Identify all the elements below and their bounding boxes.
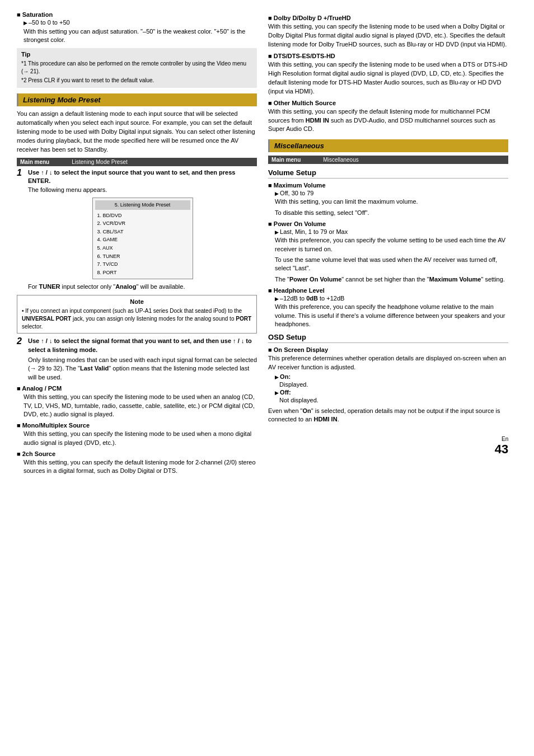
off-arrow [275, 389, 280, 396]
dolby-header: Dolby D/Dolby D +/TrueHD [268, 15, 508, 21]
menu-popup: 5. Listening Mode Preset 1. BD/DVD 2. VC… [92, 198, 193, 279]
range-arrow [24, 19, 29, 26]
step2-content: Use ↑ / ↓ to select the signal format th… [28, 337, 257, 382]
menu-bar-sub: Listening Mode Preset [72, 159, 128, 165]
tip-note1: *1 This procedure can also be performed … [21, 60, 252, 76]
step2-text: Use ↑ / ↓ to select the signal format th… [28, 337, 252, 353]
misc-menu-main: Main menu [271, 157, 301, 163]
headphone-text: With this preference, you can specify th… [275, 303, 508, 328]
lmp-header: Listening Mode Preset [17, 93, 257, 106]
max-volume-header: Maximum Volume [268, 182, 508, 189]
max-volume-text2: To disable this setting, select "Off". [275, 209, 508, 217]
volume-setup-heading: Volume Setup [268, 168, 508, 179]
max-volume-range: Off, 30 to 79 [275, 190, 508, 196]
twoch-header: 2ch Source [17, 450, 257, 457]
left-column: Saturation –50 to 0 to +50 With this set… [17, 11, 257, 478]
mono-text: With this setting, you can specify the l… [24, 430, 257, 447]
menu-item-5: 6. TUNER [95, 252, 190, 261]
menu-item-7: 8. PORT [95, 269, 190, 277]
page-footer: En 43 [268, 435, 508, 457]
on-arrow [275, 373, 280, 380]
menu-item-2: 3. CBL/SAT [95, 228, 190, 236]
menu-item-4: 5. AUX [95, 244, 190, 252]
step1: 1 Use ↑ / ↓ to select the input source t… [17, 168, 257, 292]
step1-sub: The following menu appears. [28, 186, 257, 194]
off-sub: Not displayed. [279, 397, 508, 403]
note-text: • If you connect an input component (suc… [22, 307, 252, 331]
power-on-text2: To use the same volume level that was us… [275, 256, 508, 273]
menu-bar: Main menu Listening Mode Preset [17, 158, 257, 166]
menu-item-3: 4. GAME [95, 236, 190, 244]
on-label: On: [280, 373, 291, 380]
on-screen-note: Even when "On" is selected, operation de… [268, 407, 508, 424]
headphone-arrow [275, 295, 280, 302]
note-box: Note • If you connect an input component… [17, 295, 257, 334]
menu-item-0: 1. BD/DVD [95, 212, 190, 220]
tip-label: Tip [21, 50, 252, 59]
page-number: 43 [495, 442, 508, 456]
step1-text: Use ↑ / ↓ to select the input source tha… [28, 169, 235, 184]
saturation-desc: With this setting you can adjust saturat… [24, 27, 257, 45]
misc-menu-bar: Main menu Miscellaneous [268, 156, 508, 164]
menu-item-1: 2. VCR/DVR [95, 219, 190, 228]
step2: 2 Use ↑ / ↓ to select the signal format … [17, 337, 257, 382]
tip-note2: *2 Press CLR if you want to reset to the… [21, 77, 252, 84]
lmp-intro: You can assign a default listening mode … [17, 110, 257, 154]
on-screen-header: On Screen Display [268, 346, 508, 353]
step1-content: Use ↑ / ↓ to select the input source tha… [28, 168, 257, 292]
headphone-header: Headphone Level [268, 287, 508, 294]
mono-header: Mono/Multiplex Source [17, 422, 257, 429]
saturation-header: Saturation [17, 11, 257, 18]
misc-menu-sub: Miscellaneous [323, 157, 358, 163]
analog-text: With this setting, you can specify the l… [24, 393, 257, 419]
tuner-note: For TUNER input selector only "Analog" w… [28, 283, 257, 291]
saturation-range: –50 to 0 to +50 [24, 19, 257, 26]
power-on-text3: The "Power On Volume" cannot be set high… [275, 275, 508, 284]
power-on-text1: With this preference, you can specify th… [275, 236, 508, 253]
off-item: Off: [275, 389, 508, 396]
dts-text: With this setting, you can specify the l… [268, 60, 508, 96]
max-volume-text1: With this setting, you can limit the max… [275, 198, 508, 206]
tip-box: Tip *1 This procedure can also be perfor… [17, 48, 257, 88]
dolby-text: With this setting, you can specify the l… [268, 22, 508, 49]
menu-bar-main: Main menu [20, 159, 49, 165]
analog-header: Analog / PCM [17, 385, 257, 392]
menu-popup-title: 5. Listening Mode Preset [95, 200, 190, 210]
on-screen-intro: This preference determines whether opera… [268, 354, 508, 372]
other-text: With this setting, you can specify the d… [268, 107, 508, 134]
note-label: Note [22, 298, 252, 306]
off-label: Off: [280, 389, 291, 396]
dts-header: DTS/DTS-ES/DTS-HD [268, 53, 508, 59]
power-on-range: Last, Min, 1 to 79 or Max [275, 228, 508, 235]
on-sub: Displayed. [279, 381, 508, 388]
step2-sub: Only listening modes that can be used wi… [28, 356, 257, 382]
menu-item-6: 7. TV/CD [95, 260, 190, 269]
twoch-text: With this setting, you can specify the d… [24, 458, 257, 476]
page-lang: En [502, 436, 508, 442]
max-volume-arrow [275, 190, 280, 196]
lmp-section: Listening Mode Preset You can assign a d… [17, 93, 257, 476]
misc-header: Miscellaneous [268, 139, 508, 152]
step1-number: 1 [17, 168, 28, 177]
saturation-section: Saturation –50 to 0 to +50 With this set… [17, 11, 257, 88]
headphone-range: –12dB to 0dB to +12dB [275, 295, 508, 302]
on-item: On: [275, 373, 508, 380]
right-column: Dolby D/Dolby D +/TrueHD With this setti… [268, 11, 508, 478]
power-on-header: Power On Volume [268, 220, 508, 227]
power-on-arrow [275, 228, 280, 235]
osd-setup-heading: OSD Setup [268, 333, 508, 343]
step2-number: 2 [17, 337, 28, 346]
other-header: Other Multich Source [268, 100, 508, 106]
